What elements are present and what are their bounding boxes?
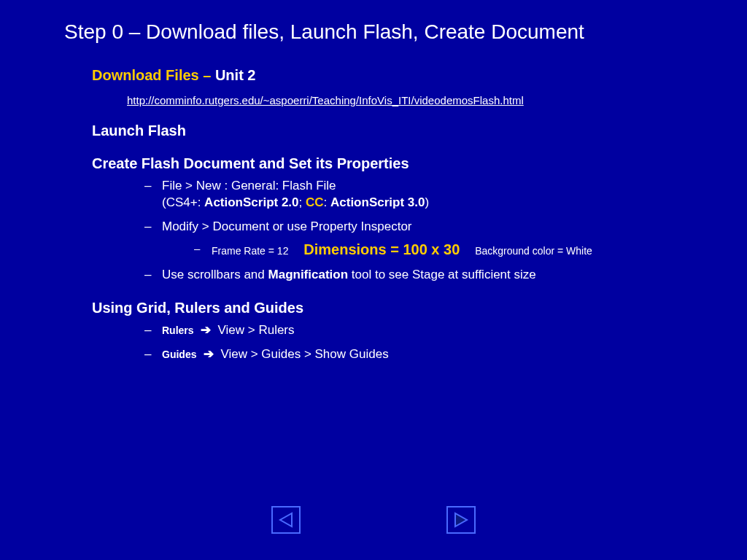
section-create-heading: Create Flash Document and Set its Proper… bbox=[92, 155, 683, 172]
arrow-right-icon: ➔ bbox=[204, 347, 214, 361]
svg-marker-0 bbox=[280, 513, 292, 526]
list-item: File > New : General: Flash File (CS4+: … bbox=[144, 178, 683, 211]
create-doc-list: File > New : General: Flash File (CS4+: … bbox=[144, 178, 683, 284]
list-item: Use scrollbars and Magnification tool to… bbox=[144, 267, 683, 284]
section-launch-heading: Launch Flash bbox=[92, 122, 683, 139]
triangle-left-icon bbox=[277, 511, 295, 529]
arrow-right-icon: ➔ bbox=[201, 323, 211, 337]
section-grid-heading: Using Grid, Rulers and Guides bbox=[92, 300, 683, 316]
list-item: Modify > Document or use Property Inspec… bbox=[144, 219, 683, 260]
section-download-heading: Download Files – Unit 2 bbox=[92, 67, 683, 84]
next-slide-button[interactable] bbox=[446, 506, 476, 534]
svg-marker-1 bbox=[455, 513, 467, 526]
previous-slide-button[interactable] bbox=[271, 506, 301, 534]
list-item: Rulers ➔ View > Rulers bbox=[144, 322, 683, 339]
grid-list: Rulers ➔ View > Rulers Guides ➔ View > G… bbox=[144, 322, 683, 363]
list-item: Frame Rate = 12 Dimensions = 100 x 30 Ba… bbox=[194, 240, 683, 260]
slide-title: Step 0 – Download files, Launch Flash, C… bbox=[64, 20, 683, 44]
triangle-right-icon bbox=[452, 511, 470, 529]
list-item: Guides ➔ View > Guides > Show Guides bbox=[144, 346, 683, 363]
download-url-link[interactable]: http://comminfo.rutgers.edu/~aspoerri/Te… bbox=[127, 94, 683, 106]
